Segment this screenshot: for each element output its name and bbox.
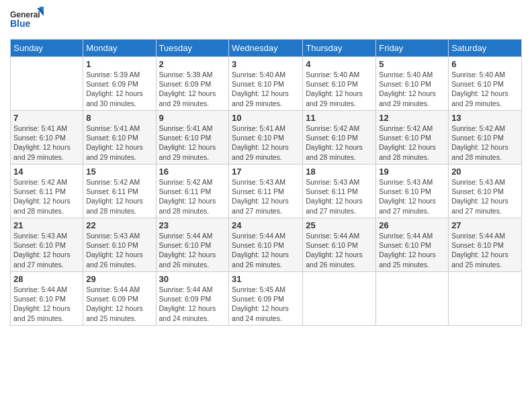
logo-svg: General Blue <box>10 7 44 34</box>
calendar-cell: 25Sunrise: 5:44 AMSunset: 6:10 PMDayligh… <box>303 218 376 272</box>
calendar-cell: 30Sunrise: 5:44 AMSunset: 6:09 PMDayligh… <box>156 272 229 326</box>
calendar-cell: 22Sunrise: 5:43 AMSunset: 6:10 PMDayligh… <box>83 218 156 272</box>
calendar-table: SundayMondayTuesdayWednesdayThursdayFrid… <box>10 39 522 326</box>
calendar-cell: 14Sunrise: 5:42 AMSunset: 6:11 PMDayligh… <box>11 165 83 218</box>
day-number: 22 <box>86 220 152 230</box>
calendar-cell: 6Sunrise: 5:40 AMSunset: 6:10 PMDaylight… <box>449 57 522 111</box>
day-info: Sunrise: 5:40 AMSunset: 6:10 PMDaylight:… <box>451 70 519 108</box>
day-number: 20 <box>451 167 519 177</box>
day-number: 19 <box>379 167 445 177</box>
day-number: 10 <box>232 113 300 123</box>
day-info: Sunrise: 5:44 AMSunset: 6:10 PMDaylight:… <box>306 231 373 269</box>
calendar-cell: 1Sunrise: 5:39 AMSunset: 6:09 PMDaylight… <box>83 57 156 111</box>
calendar-cell: 27Sunrise: 5:44 AMSunset: 6:10 PMDayligh… <box>449 218 522 272</box>
day-number: 27 <box>451 220 519 230</box>
day-info: Sunrise: 5:40 AMSunset: 6:10 PMDaylight:… <box>306 70 373 108</box>
day-number: 8 <box>86 113 152 123</box>
calendar-cell: 2Sunrise: 5:39 AMSunset: 6:09 PMDaylight… <box>156 57 229 111</box>
day-info: Sunrise: 5:40 AMSunset: 6:10 PMDaylight:… <box>379 70 445 108</box>
day-info: Sunrise: 5:39 AMSunset: 6:09 PMDaylight:… <box>86 70 152 108</box>
day-info: Sunrise: 5:44 AMSunset: 6:10 PMDaylight:… <box>379 231 445 269</box>
day-info: Sunrise: 5:42 AMSunset: 6:10 PMDaylight:… <box>306 124 373 162</box>
day-number: 25 <box>306 220 373 230</box>
calendar-cell: 12Sunrise: 5:42 AMSunset: 6:10 PMDayligh… <box>376 111 449 165</box>
day-info: Sunrise: 5:39 AMSunset: 6:09 PMDaylight:… <box>159 70 226 108</box>
day-info: Sunrise: 5:44 AMSunset: 6:09 PMDaylight:… <box>86 285 152 323</box>
day-number: 2 <box>159 59 226 69</box>
day-info: Sunrise: 5:42 AMSunset: 6:10 PMDaylight:… <box>379 124 445 162</box>
day-info: Sunrise: 5:40 AMSunset: 6:10 PMDaylight:… <box>232 70 300 108</box>
calendar-header-row: SundayMondayTuesdayWednesdayThursdayFrid… <box>11 40 522 57</box>
day-number: 23 <box>159 220 226 230</box>
day-number: 15 <box>86 167 152 177</box>
day-number: 24 <box>232 220 300 230</box>
calendar-cell: 20Sunrise: 5:43 AMSunset: 6:10 PMDayligh… <box>449 165 522 218</box>
day-number: 11 <box>306 113 373 123</box>
day-number: 4 <box>306 59 373 69</box>
day-info: Sunrise: 5:43 AMSunset: 6:11 PMDaylight:… <box>306 177 373 216</box>
calendar-cell: 9Sunrise: 5:41 AMSunset: 6:10 PMDaylight… <box>156 111 229 165</box>
day-number: 29 <box>86 274 152 284</box>
col-header-monday: Monday <box>83 40 156 57</box>
col-header-friday: Friday <box>376 40 449 57</box>
day-number: 26 <box>379 220 445 230</box>
day-number: 5 <box>379 59 445 69</box>
logo: General Blue <box>10 7 44 34</box>
col-header-sunday: Sunday <box>11 40 83 57</box>
calendar-cell: 17Sunrise: 5:43 AMSunset: 6:11 PMDayligh… <box>229 165 303 218</box>
day-number: 16 <box>159 167 226 177</box>
day-number: 14 <box>13 167 80 177</box>
calendar-week-5: 28Sunrise: 5:44 AMSunset: 6:10 PMDayligh… <box>11 272 522 326</box>
col-header-wednesday: Wednesday <box>229 40 303 57</box>
calendar-cell: 15Sunrise: 5:42 AMSunset: 6:11 PMDayligh… <box>83 165 156 218</box>
day-number: 6 <box>451 59 519 69</box>
day-number: 28 <box>13 274 80 284</box>
calendar-cell: 7Sunrise: 5:41 AMSunset: 6:10 PMDaylight… <box>11 111 83 165</box>
calendar-cell: 26Sunrise: 5:44 AMSunset: 6:10 PMDayligh… <box>376 218 449 272</box>
calendar-cell <box>11 57 83 111</box>
day-info: Sunrise: 5:44 AMSunset: 6:10 PMDaylight:… <box>451 231 519 269</box>
day-info: Sunrise: 5:43 AMSunset: 6:10 PMDaylight:… <box>379 177 445 216</box>
day-info: Sunrise: 5:43 AMSunset: 6:10 PMDaylight:… <box>451 177 519 216</box>
calendar-cell: 11Sunrise: 5:42 AMSunset: 6:10 PMDayligh… <box>303 111 376 165</box>
calendar-cell: 21Sunrise: 5:43 AMSunset: 6:10 PMDayligh… <box>11 218 83 272</box>
day-info: Sunrise: 5:43 AMSunset: 6:10 PMDaylight:… <box>13 231 80 269</box>
calendar-cell: 19Sunrise: 5:43 AMSunset: 6:10 PMDayligh… <box>376 165 449 218</box>
day-number: 31 <box>232 274 300 284</box>
day-info: Sunrise: 5:44 AMSunset: 6:10 PMDaylight:… <box>159 231 226 269</box>
day-info: Sunrise: 5:45 AMSunset: 6:09 PMDaylight:… <box>232 285 300 323</box>
calendar-cell: 18Sunrise: 5:43 AMSunset: 6:11 PMDayligh… <box>303 165 376 218</box>
col-header-thursday: Thursday <box>303 40 376 57</box>
calendar-cell <box>449 272 522 326</box>
col-header-tuesday: Tuesday <box>156 40 229 57</box>
calendar-cell: 8Sunrise: 5:41 AMSunset: 6:10 PMDaylight… <box>83 111 156 165</box>
day-info: Sunrise: 5:41 AMSunset: 6:10 PMDaylight:… <box>86 124 152 162</box>
col-header-saturday: Saturday <box>449 40 522 57</box>
day-info: Sunrise: 5:41 AMSunset: 6:10 PMDaylight:… <box>159 124 226 162</box>
calendar-cell: 3Sunrise: 5:40 AMSunset: 6:10 PMDaylight… <box>229 57 303 111</box>
calendar-cell: 28Sunrise: 5:44 AMSunset: 6:10 PMDayligh… <box>11 272 83 326</box>
day-number: 7 <box>13 113 80 123</box>
calendar-cell <box>376 272 449 326</box>
calendar-week-3: 14Sunrise: 5:42 AMSunset: 6:11 PMDayligh… <box>11 165 522 218</box>
calendar-week-1: 1Sunrise: 5:39 AMSunset: 6:09 PMDaylight… <box>11 57 522 111</box>
day-info: Sunrise: 5:42 AMSunset: 6:11 PMDaylight:… <box>13 177 80 216</box>
calendar-cell: 31Sunrise: 5:45 AMSunset: 6:09 PMDayligh… <box>229 272 303 326</box>
calendar-cell: 5Sunrise: 5:40 AMSunset: 6:10 PMDaylight… <box>376 57 449 111</box>
calendar-cell: 23Sunrise: 5:44 AMSunset: 6:10 PMDayligh… <box>156 218 229 272</box>
calendar-cell <box>303 272 376 326</box>
day-number: 13 <box>451 113 519 123</box>
day-info: Sunrise: 5:44 AMSunset: 6:09 PMDaylight:… <box>159 285 226 323</box>
day-number: 1 <box>86 59 152 69</box>
calendar-week-4: 21Sunrise: 5:43 AMSunset: 6:10 PMDayligh… <box>11 218 522 272</box>
calendar-cell: 29Sunrise: 5:44 AMSunset: 6:09 PMDayligh… <box>83 272 156 326</box>
page-header: General Blue <box>10 7 522 34</box>
calendar-cell: 13Sunrise: 5:42 AMSunset: 6:10 PMDayligh… <box>449 111 522 165</box>
day-number: 30 <box>159 274 226 284</box>
calendar-cell: 24Sunrise: 5:44 AMSunset: 6:10 PMDayligh… <box>229 218 303 272</box>
day-number: 12 <box>379 113 445 123</box>
svg-text:Blue: Blue <box>10 18 31 29</box>
calendar-cell: 4Sunrise: 5:40 AMSunset: 6:10 PMDaylight… <box>303 57 376 111</box>
day-info: Sunrise: 5:41 AMSunset: 6:10 PMDaylight:… <box>13 124 80 162</box>
day-info: Sunrise: 5:43 AMSunset: 6:11 PMDaylight:… <box>232 177 300 216</box>
